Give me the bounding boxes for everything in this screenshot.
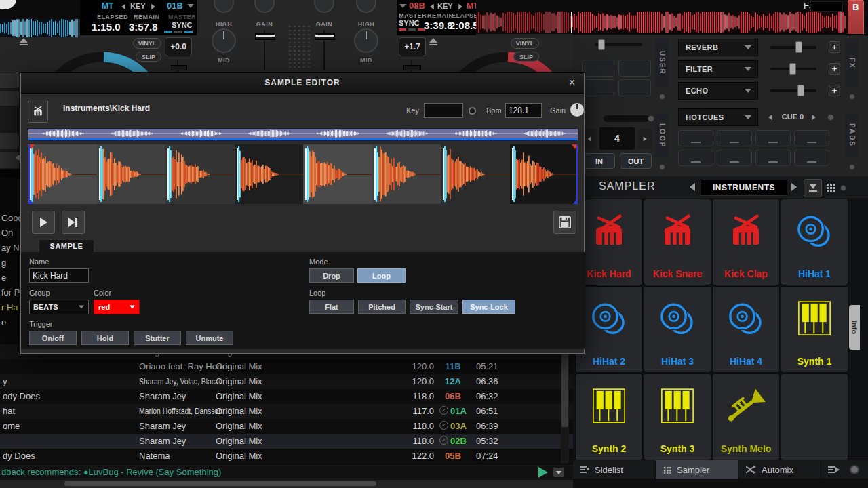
bank-next-icon[interactable] bbox=[791, 183, 797, 191]
waveform-segment[interactable] bbox=[165, 144, 235, 204]
hotcues-select[interactable]: HOTCUES bbox=[678, 108, 758, 126]
deck-a-mt-button[interactable]: MT bbox=[102, 1, 113, 11]
hotcue-pad[interactable] bbox=[794, 150, 829, 166]
tab-sampler[interactable]: Sampler bbox=[656, 460, 738, 479]
bank-prev-icon[interactable] bbox=[690, 183, 695, 191]
gain-knob[interactable] bbox=[570, 103, 584, 117]
hotcue-pad[interactable] bbox=[717, 150, 752, 166]
play-recommendation-icon[interactable] bbox=[538, 467, 548, 478]
deck-left-button[interactable] bbox=[0, 73, 19, 88]
track-row[interactable]: dy Does Natema Original Mix 122.0 05B 07… bbox=[0, 449, 573, 464]
sampler-record-icon[interactable] bbox=[804, 179, 822, 197]
deck-a-sync-button[interactable]: SYNC bbox=[172, 21, 193, 29]
hotcue-pad[interactable] bbox=[755, 130, 791, 146]
deck-pad-button[interactable] bbox=[618, 79, 651, 96]
pads-tab[interactable]: PADS bbox=[845, 114, 859, 157]
track-row[interactable]: hat Marlon Hoffstadt, Dansson Original M… bbox=[0, 404, 573, 419]
cue-prev-icon[interactable] bbox=[768, 115, 772, 120]
slip-button[interactable]: SLIP bbox=[136, 52, 161, 62]
sample-overview-strip[interactable] bbox=[28, 128, 578, 141]
sampler-pad[interactable]: Synth 3 bbox=[644, 374, 711, 460]
key-down-icon[interactable] bbox=[121, 4, 125, 9]
vinyl-button[interactable]: VINYL bbox=[511, 38, 539, 49]
trigger-on-off-button[interactable]: On/off bbox=[29, 331, 77, 345]
color-select[interactable]: red bbox=[94, 300, 140, 314]
eq-mid-knob[interactable] bbox=[354, 28, 378, 53]
save-button[interactable] bbox=[553, 211, 576, 234]
deck-pad-button[interactable] bbox=[582, 60, 614, 77]
info-tab[interactable]: info bbox=[849, 305, 860, 350]
loop-flat-button[interactable]: Flat bbox=[309, 300, 354, 314]
horizontal-scrollbar[interactable] bbox=[0, 480, 573, 488]
tab-sample[interactable]: SAMPLE bbox=[39, 239, 94, 253]
export-list-icon[interactable] bbox=[824, 463, 844, 476]
tracklist-scrollbar[interactable] bbox=[561, 352, 569, 464]
trigger-unmute-button[interactable]: Unmute bbox=[186, 331, 233, 345]
loop-sync-lock-button[interactable]: Sync-Lock bbox=[462, 300, 515, 314]
track-title-fragment[interactable]: r Ha bbox=[1, 302, 18, 312]
key-up-icon[interactable] bbox=[151, 4, 155, 9]
sampler-pad[interactable]: Synth 1 bbox=[781, 287, 848, 372]
chevron-down-icon[interactable] bbox=[399, 4, 406, 8]
gain-fader-handle[interactable] bbox=[315, 33, 335, 40]
view-grid-icon[interactable] bbox=[826, 183, 835, 192]
vinyl-button[interactable]: VINYL bbox=[133, 38, 161, 49]
key-knob[interactable] bbox=[469, 107, 476, 115]
loop-sync-start-button[interactable]: Sync-Start bbox=[410, 300, 458, 314]
sampler-pad[interactable]: HiHat 3 bbox=[644, 287, 711, 372]
sampler-pad[interactable]: Synth Melo bbox=[713, 374, 779, 460]
loop-length-value[interactable]: 4 bbox=[599, 127, 635, 150]
fx-add-button[interactable]: + bbox=[829, 41, 840, 53]
trigger-stutter-button[interactable]: Stutter bbox=[134, 331, 181, 345]
eq-mid-knob[interactable] bbox=[212, 28, 236, 53]
user-tab[interactable]: USER bbox=[655, 39, 669, 87]
gain-knob[interactable] bbox=[314, 0, 334, 13]
loop-out-button[interactable]: OUT bbox=[620, 153, 652, 169]
hotcue-pad[interactable] bbox=[755, 150, 791, 166]
fx-slot-select[interactable]: ECHO bbox=[678, 82, 758, 100]
waveform-segment[interactable] bbox=[510, 144, 579, 204]
deck-pad-button[interactable] bbox=[582, 79, 614, 96]
hotcue-pad[interactable] bbox=[794, 130, 829, 146]
waveform-segment[interactable] bbox=[303, 144, 372, 204]
loop-start-handle[interactable] bbox=[28, 200, 33, 204]
gain-fader-handle[interactable] bbox=[255, 33, 275, 40]
name-input[interactable] bbox=[29, 268, 89, 283]
pitch-fader-handle[interactable] bbox=[403, 65, 421, 70]
fx-slot-select[interactable]: FILTER bbox=[678, 60, 758, 78]
hotcue-pad[interactable] bbox=[717, 130, 752, 146]
track-title-fragment[interactable]: e bbox=[1, 272, 6, 283]
waveform-segment[interactable] bbox=[28, 144, 97, 204]
track-title-fragment[interactable]: e bbox=[1, 317, 6, 327]
loop-in-button[interactable]: IN bbox=[583, 153, 615, 169]
eject-icon[interactable] bbox=[18, 38, 30, 49]
tab-automix[interactable]: Automix bbox=[738, 460, 821, 479]
deck-b-pitch-slider-handle[interactable] bbox=[598, 39, 605, 50]
deck-b-pitch-value[interactable]: +1.7 bbox=[399, 37, 426, 56]
loop-end-handle[interactable] bbox=[573, 200, 578, 204]
chevron-down-icon[interactable] bbox=[187, 4, 194, 8]
deck-a-waveform[interactable] bbox=[0, 19, 78, 37]
deck-pad-button[interactable] bbox=[618, 60, 651, 77]
sample-waveform-editor[interactable] bbox=[28, 144, 578, 204]
dialog-titlebar[interactable]: SAMPLE EDITOR ✕ bbox=[21, 73, 584, 94]
waveform-segment[interactable] bbox=[97, 144, 166, 204]
deck-left-button[interactable] bbox=[0, 91, 19, 106]
deck-b-jogwheel[interactable] bbox=[431, 35, 580, 73]
sampler-bank-select[interactable]: INSTRUMENTS bbox=[701, 180, 787, 196]
track-row[interactable]: ody Does Sharam Jey Original Mix 118.0 0… bbox=[0, 389, 573, 404]
tab-sidelist[interactable]: Sidelist bbox=[573, 460, 656, 479]
key-input[interactable] bbox=[424, 103, 463, 118]
deck-left-button[interactable] bbox=[0, 133, 19, 149]
pitch-fader-handle[interactable] bbox=[170, 65, 187, 70]
scrollbar-thumb[interactable] bbox=[561, 354, 568, 427]
close-icon[interactable]: ✕ bbox=[568, 77, 576, 87]
key-down-icon[interactable] bbox=[430, 4, 434, 9]
deck-b-sync-button[interactable]: SYNC bbox=[399, 19, 420, 27]
eq-high-knob[interactable] bbox=[356, 0, 376, 13]
slip-button[interactable]: SLIP bbox=[513, 52, 539, 62]
sampler-pad-empty[interactable] bbox=[781, 374, 848, 460]
hscrollbar-thumb[interactable] bbox=[64, 481, 376, 486]
hotcue-pad[interactable] bbox=[678, 130, 713, 146]
play-button[interactable] bbox=[32, 211, 55, 234]
